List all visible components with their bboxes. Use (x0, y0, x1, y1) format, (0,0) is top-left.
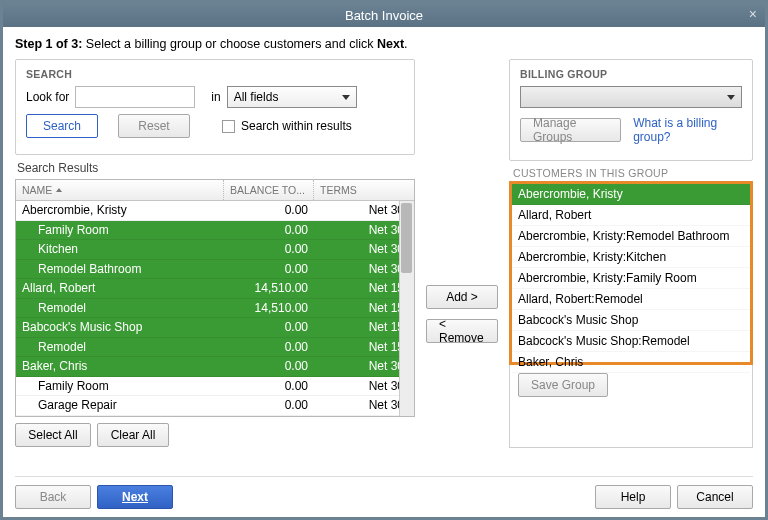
table-row[interactable]: Garage Repair0.00Net 30 (16, 396, 414, 416)
billing-group-panel: BILLING GROUP Manage Groups What is a bi… (509, 59, 753, 161)
lookfor-input[interactable] (75, 86, 195, 108)
billing-group-title: BILLING GROUP (520, 68, 742, 80)
scrollbar[interactable] (399, 201, 414, 416)
window-title: Batch Invoice (345, 8, 423, 23)
table-row[interactable]: Abercrombie, Kristy0.00Net 30 (16, 201, 414, 221)
table-row[interactable]: Remodel0.00Net 15 (16, 338, 414, 358)
batch-invoice-window: Batch Invoice × Step 1 of 3: Select a bi… (0, 0, 768, 520)
table-row[interactable]: Remodel14,510.00Net 15 (16, 299, 414, 319)
scroll-thumb[interactable] (401, 203, 412, 273)
select-all-button[interactable]: Select All (15, 423, 91, 447)
list-item[interactable]: Abercrombie, Kristy:Kitchen (512, 247, 750, 268)
table-row[interactable]: Remodel Bathroom0.00Net 30 (16, 260, 414, 280)
list-item[interactable]: Abercrombie, Kristy (512, 184, 750, 205)
remove-button[interactable]: < Remove (426, 319, 498, 343)
help-button[interactable]: Help (595, 485, 671, 509)
list-item[interactable]: Abercrombie, Kristy:Family Room (512, 268, 750, 289)
table-row[interactable]: Family Room0.00Net 30 (16, 221, 414, 241)
search-within-checkbox[interactable] (222, 120, 235, 133)
reset-button[interactable]: Reset (118, 114, 190, 138)
fields-select[interactable]: All fields (227, 86, 357, 108)
search-within-label: Search within results (241, 119, 352, 133)
titlebar: Batch Invoice × (3, 3, 765, 27)
table-row[interactable]: Baker, Chris0.00Net 30 (16, 357, 414, 377)
table-row[interactable]: Kitchen0.00Net 30 (16, 240, 414, 260)
save-group-button[interactable]: Save Group (518, 373, 608, 397)
list-item[interactable]: Abercrombie, Kristy:Remodel Bathroom (512, 226, 750, 247)
billing-group-select[interactable] (520, 86, 742, 108)
results-grid: NAME BALANCE TO... TERMS Abercrombie, Kr… (15, 179, 415, 417)
customers-list[interactable]: Abercrombie, KristyAllard, RobertAbercro… (509, 181, 753, 365)
manage-groups-button[interactable]: Manage Groups (520, 118, 621, 142)
grid-header[interactable]: NAME BALANCE TO... TERMS (16, 180, 414, 201)
dialog-footer: Back Next Help Cancel (15, 476, 753, 509)
what-is-link[interactable]: What is a billing group? (633, 116, 742, 144)
chevron-down-icon (342, 95, 350, 100)
list-item[interactable]: Allard, Robert:Remodel (512, 289, 750, 310)
sort-asc-icon (56, 188, 62, 192)
add-button[interactable]: Add > (426, 285, 498, 309)
list-item[interactable]: Babcock's Music Shop:Remodel (512, 331, 750, 352)
in-label: in (211, 90, 220, 104)
close-icon[interactable]: × (749, 6, 757, 22)
list-item[interactable]: Allard, Robert (512, 205, 750, 226)
list-item[interactable]: Babcock's Music Shop (512, 310, 750, 331)
table-row[interactable]: Babcock's Music Shop0.00Net 15 (16, 318, 414, 338)
cancel-button[interactable]: Cancel (677, 485, 753, 509)
search-panel: SEARCH Look for in All fields Search Res… (15, 59, 415, 155)
search-button[interactable]: Search (26, 114, 98, 138)
step-instruction: Step 1 of 3: Select a billing group or c… (15, 37, 753, 51)
next-button[interactable]: Next (97, 485, 173, 509)
table-row[interactable]: Allard, Robert14,510.00Net 15 (16, 279, 414, 299)
back-button[interactable]: Back (15, 485, 91, 509)
chevron-down-icon (727, 95, 735, 100)
lookfor-label: Look for (26, 90, 69, 104)
search-title: SEARCH (26, 68, 404, 80)
table-row[interactable]: Family Room0.00Net 30 (16, 377, 414, 397)
results-label: Search Results (17, 161, 415, 175)
clear-all-button[interactable]: Clear All (97, 423, 169, 447)
customers-label: CUSTOMERS IN THIS GROUP (513, 167, 753, 179)
